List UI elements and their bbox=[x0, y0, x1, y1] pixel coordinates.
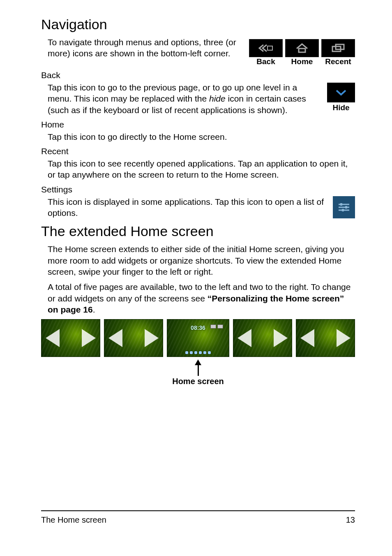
recent-label: Recent bbox=[321, 57, 355, 66]
back-icon bbox=[249, 39, 283, 57]
home-body: Tap this icon to go directly to the Home… bbox=[48, 131, 355, 142]
hide-label: Hide bbox=[327, 103, 355, 112]
section-heading-navigation: Navigation bbox=[41, 16, 355, 32]
back-subheading: Back bbox=[41, 70, 355, 80]
nav-icons-group: Back Home Recent bbox=[249, 39, 355, 66]
recent-body: Tap this icon to see recently opened app… bbox=[48, 158, 355, 181]
back-label: Back bbox=[249, 57, 283, 66]
hide-icon-block: Hide bbox=[327, 83, 355, 112]
footer-title: The Home screen bbox=[41, 515, 106, 525]
home-thumb-center: 08:36 bbox=[167, 319, 229, 357]
extended-p2-post: . bbox=[93, 305, 95, 314]
home-thumb-clock: 08:36 bbox=[191, 324, 205, 331]
home-thumb-4 bbox=[233, 319, 292, 357]
svg-rect-1 bbox=[299, 49, 305, 52]
section-heading-extended: The extended Home screen bbox=[41, 223, 355, 239]
settings-subheading: Settings bbox=[41, 185, 355, 195]
home-icon bbox=[285, 39, 319, 57]
home-screens-strip: 08:36 bbox=[41, 319, 355, 357]
home-subheading: Home bbox=[41, 120, 355, 130]
home-label: Home bbox=[285, 57, 319, 66]
extended-p1: The Home screen extends to either side o… bbox=[48, 243, 355, 277]
extended-p2: A total of five pages are available, two… bbox=[48, 281, 355, 315]
back-body: Tap this icon to go to the previous page… bbox=[48, 82, 355, 116]
home-thumb-1 bbox=[41, 319, 100, 357]
back-body-italic: hide bbox=[209, 94, 226, 103]
hide-icon bbox=[327, 83, 355, 102]
recent-icon bbox=[321, 39, 355, 57]
svg-rect-7 bbox=[340, 203, 342, 206]
svg-rect-9 bbox=[342, 209, 344, 211]
settings-icon bbox=[333, 196, 355, 218]
recent-subheading: Recent bbox=[41, 146, 355, 156]
home-thumb-5 bbox=[296, 319, 355, 357]
svg-rect-0 bbox=[267, 46, 272, 50]
page-footer: The Home screen 13 bbox=[41, 510, 355, 525]
home-thumb-2 bbox=[104, 319, 163, 357]
home-screen-arrow: Home screen bbox=[41, 359, 355, 386]
settings-body: This icon is displayed in some applicati… bbox=[48, 196, 355, 219]
svg-rect-8 bbox=[345, 206, 347, 208]
footer-page-number: 13 bbox=[346, 515, 355, 525]
home-screen-arrow-label: Home screen bbox=[41, 377, 355, 386]
